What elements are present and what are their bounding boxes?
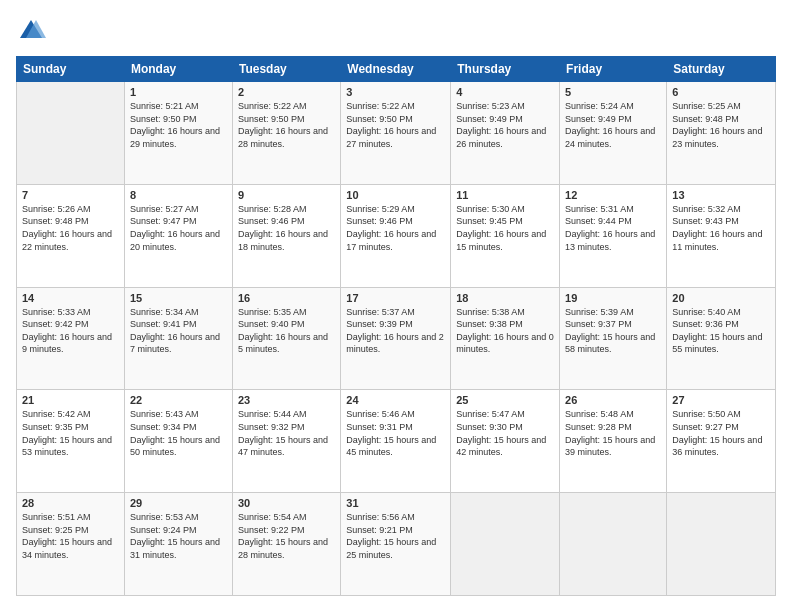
calendar-cell: 5Sunrise: 5:24 AMSunset: 9:49 PMDaylight… [560,82,667,185]
calendar-table: SundayMondayTuesdayWednesdayThursdayFrid… [16,56,776,596]
day-number: 22 [130,394,227,406]
day-number: 2 [238,86,335,98]
day-number: 31 [346,497,445,509]
weekday-header: Sunday [17,57,125,82]
day-info: Sunrise: 5:31 AMSunset: 9:44 PMDaylight:… [565,203,661,253]
calendar-cell: 21Sunrise: 5:42 AMSunset: 9:35 PMDayligh… [17,390,125,493]
day-number: 1 [130,86,227,98]
day-number: 26 [565,394,661,406]
calendar-cell [667,493,776,596]
calendar-cell: 13Sunrise: 5:32 AMSunset: 9:43 PMDayligh… [667,184,776,287]
calendar-cell [560,493,667,596]
calendar-cell: 24Sunrise: 5:46 AMSunset: 9:31 PMDayligh… [341,390,451,493]
calendar-cell: 3Sunrise: 5:22 AMSunset: 9:50 PMDaylight… [341,82,451,185]
weekday-header: Wednesday [341,57,451,82]
calendar-cell: 11Sunrise: 5:30 AMSunset: 9:45 PMDayligh… [451,184,560,287]
day-info: Sunrise: 5:40 AMSunset: 9:36 PMDaylight:… [672,306,770,356]
calendar-cell: 1Sunrise: 5:21 AMSunset: 9:50 PMDaylight… [124,82,232,185]
day-info: Sunrise: 5:39 AMSunset: 9:37 PMDaylight:… [565,306,661,356]
calendar-cell: 31Sunrise: 5:56 AMSunset: 9:21 PMDayligh… [341,493,451,596]
calendar-cell: 14Sunrise: 5:33 AMSunset: 9:42 PMDayligh… [17,287,125,390]
weekday-header: Friday [560,57,667,82]
calendar-cell: 19Sunrise: 5:39 AMSunset: 9:37 PMDayligh… [560,287,667,390]
weekday-header: Saturday [667,57,776,82]
day-info: Sunrise: 5:51 AMSunset: 9:25 PMDaylight:… [22,511,119,561]
calendar-cell: 29Sunrise: 5:53 AMSunset: 9:24 PMDayligh… [124,493,232,596]
calendar-cell: 30Sunrise: 5:54 AMSunset: 9:22 PMDayligh… [232,493,340,596]
calendar-cell: 23Sunrise: 5:44 AMSunset: 9:32 PMDayligh… [232,390,340,493]
day-info: Sunrise: 5:29 AMSunset: 9:46 PMDaylight:… [346,203,445,253]
calendar-week-row: 21Sunrise: 5:42 AMSunset: 9:35 PMDayligh… [17,390,776,493]
day-info: Sunrise: 5:21 AMSunset: 9:50 PMDaylight:… [130,100,227,150]
calendar-cell: 17Sunrise: 5:37 AMSunset: 9:39 PMDayligh… [341,287,451,390]
day-number: 24 [346,394,445,406]
day-number: 4 [456,86,554,98]
day-number: 19 [565,292,661,304]
day-info: Sunrise: 5:22 AMSunset: 9:50 PMDaylight:… [346,100,445,150]
calendar-cell: 2Sunrise: 5:22 AMSunset: 9:50 PMDaylight… [232,82,340,185]
calendar-cell: 22Sunrise: 5:43 AMSunset: 9:34 PMDayligh… [124,390,232,493]
calendar-week-row: 1Sunrise: 5:21 AMSunset: 9:50 PMDaylight… [17,82,776,185]
day-number: 16 [238,292,335,304]
calendar-cell: 10Sunrise: 5:29 AMSunset: 9:46 PMDayligh… [341,184,451,287]
calendar-cell [451,493,560,596]
day-info: Sunrise: 5:48 AMSunset: 9:28 PMDaylight:… [565,408,661,458]
calendar-cell: 12Sunrise: 5:31 AMSunset: 9:44 PMDayligh… [560,184,667,287]
calendar-cell: 25Sunrise: 5:47 AMSunset: 9:30 PMDayligh… [451,390,560,493]
day-info: Sunrise: 5:42 AMSunset: 9:35 PMDaylight:… [22,408,119,458]
calendar-week-row: 28Sunrise: 5:51 AMSunset: 9:25 PMDayligh… [17,493,776,596]
calendar-cell: 18Sunrise: 5:38 AMSunset: 9:38 PMDayligh… [451,287,560,390]
day-number: 11 [456,189,554,201]
day-info: Sunrise: 5:34 AMSunset: 9:41 PMDaylight:… [130,306,227,356]
day-number: 25 [456,394,554,406]
day-number: 7 [22,189,119,201]
page: SundayMondayTuesdayWednesdayThursdayFrid… [0,0,792,612]
calendar-cell: 15Sunrise: 5:34 AMSunset: 9:41 PMDayligh… [124,287,232,390]
day-number: 30 [238,497,335,509]
day-info: Sunrise: 5:56 AMSunset: 9:21 PMDaylight:… [346,511,445,561]
calendar-cell: 26Sunrise: 5:48 AMSunset: 9:28 PMDayligh… [560,390,667,493]
day-number: 18 [456,292,554,304]
day-number: 6 [672,86,770,98]
weekday-header: Monday [124,57,232,82]
day-number: 28 [22,497,119,509]
calendar-cell: 20Sunrise: 5:40 AMSunset: 9:36 PMDayligh… [667,287,776,390]
day-number: 13 [672,189,770,201]
day-number: 27 [672,394,770,406]
day-info: Sunrise: 5:54 AMSunset: 9:22 PMDaylight:… [238,511,335,561]
day-info: Sunrise: 5:32 AMSunset: 9:43 PMDaylight:… [672,203,770,253]
day-info: Sunrise: 5:46 AMSunset: 9:31 PMDaylight:… [346,408,445,458]
day-info: Sunrise: 5:53 AMSunset: 9:24 PMDaylight:… [130,511,227,561]
day-info: Sunrise: 5:47 AMSunset: 9:30 PMDaylight:… [456,408,554,458]
day-info: Sunrise: 5:27 AMSunset: 9:47 PMDaylight:… [130,203,227,253]
day-info: Sunrise: 5:26 AMSunset: 9:48 PMDaylight:… [22,203,119,253]
day-number: 14 [22,292,119,304]
day-info: Sunrise: 5:24 AMSunset: 9:49 PMDaylight:… [565,100,661,150]
logo-icon [16,16,46,46]
day-info: Sunrise: 5:22 AMSunset: 9:50 PMDaylight:… [238,100,335,150]
day-number: 29 [130,497,227,509]
calendar-week-row: 14Sunrise: 5:33 AMSunset: 9:42 PMDayligh… [17,287,776,390]
weekday-header-row: SundayMondayTuesdayWednesdayThursdayFrid… [17,57,776,82]
calendar-cell: 4Sunrise: 5:23 AMSunset: 9:49 PMDaylight… [451,82,560,185]
day-number: 23 [238,394,335,406]
day-info: Sunrise: 5:44 AMSunset: 9:32 PMDaylight:… [238,408,335,458]
day-info: Sunrise: 5:30 AMSunset: 9:45 PMDaylight:… [456,203,554,253]
calendar-week-row: 7Sunrise: 5:26 AMSunset: 9:48 PMDaylight… [17,184,776,287]
day-number: 9 [238,189,335,201]
day-info: Sunrise: 5:33 AMSunset: 9:42 PMDaylight:… [22,306,119,356]
calendar-cell: 16Sunrise: 5:35 AMSunset: 9:40 PMDayligh… [232,287,340,390]
calendar-cell: 6Sunrise: 5:25 AMSunset: 9:48 PMDaylight… [667,82,776,185]
day-info: Sunrise: 5:28 AMSunset: 9:46 PMDaylight:… [238,203,335,253]
day-number: 12 [565,189,661,201]
day-number: 15 [130,292,227,304]
header [16,16,776,46]
day-number: 10 [346,189,445,201]
calendar-cell: 27Sunrise: 5:50 AMSunset: 9:27 PMDayligh… [667,390,776,493]
weekday-header: Tuesday [232,57,340,82]
day-number: 8 [130,189,227,201]
day-number: 3 [346,86,445,98]
calendar-cell: 9Sunrise: 5:28 AMSunset: 9:46 PMDaylight… [232,184,340,287]
day-info: Sunrise: 5:23 AMSunset: 9:49 PMDaylight:… [456,100,554,150]
day-number: 21 [22,394,119,406]
